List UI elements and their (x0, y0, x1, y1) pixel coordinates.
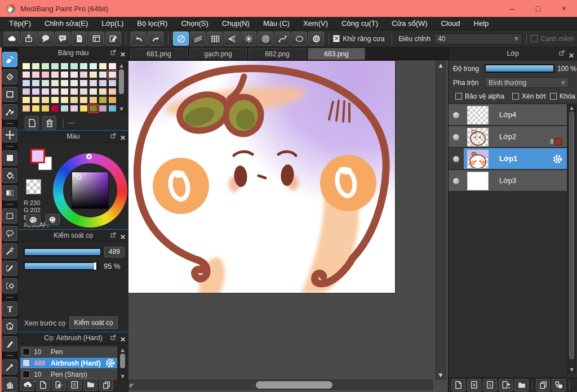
palette-swatch[interactable] (79, 96, 88, 104)
palette-swatch[interactable] (32, 71, 40, 78)
layer-visibility-area[interactable] (449, 170, 464, 191)
palette-scrollbar[interactable]: ▲ ▼ (117, 62, 126, 113)
move-tool-button[interactable] (2, 127, 17, 142)
layer-visibility-dot[interactable] (453, 134, 459, 140)
menu-item-8[interactable]: Xem(V) (296, 17, 335, 30)
canvas-horizontal-scrollbar[interactable] (128, 380, 433, 390)
palette-swatch[interactable] (51, 96, 59, 104)
divide-tool-button[interactable] (2, 336, 17, 351)
layers-scrollbar[interactable]: ▲ ▼ (567, 104, 576, 373)
brush-size-value[interactable]: 489 (104, 247, 125, 257)
palette-swatch[interactable] (79, 105, 88, 112)
script-button[interactable]: S (68, 378, 82, 391)
scroll-up-icon[interactable]: ▲ (119, 348, 126, 353)
snap-grid-button[interactable] (207, 32, 223, 46)
select-rect-tool-button[interactable] (2, 150, 17, 166)
palette-swatch[interactable] (60, 63, 69, 70)
palette-swatch[interactable] (89, 63, 97, 70)
menu-item-5[interactable]: Chọn(S) (174, 17, 215, 30)
palette-swatch[interactable] (89, 79, 97, 87)
select-pen-tool-button[interactable] (2, 261, 17, 276)
layer-thumbnail[interactable] (467, 128, 489, 146)
redo-button[interactable] (148, 32, 163, 46)
delete-swatch-button[interactable] (42, 116, 56, 130)
brush-size-slider[interactable] (24, 248, 101, 256)
palette-swatch[interactable] (70, 63, 78, 70)
select-eraser-tool-button[interactable] (2, 278, 17, 293)
palette-swatch[interactable] (99, 96, 107, 104)
undo-button[interactable] (131, 32, 147, 46)
snap-curve-button[interactable] (274, 32, 290, 46)
layer-thumbnail[interactable] (467, 150, 489, 168)
clipping-checkbox[interactable]: Xén bớt (512, 92, 546, 100)
duplicate-button[interactable] (536, 379, 550, 391)
magic-wand-tool-button[interactable] (2, 243, 17, 259)
palette-swatch[interactable] (41, 105, 50, 112)
adjust-dropdown[interactable]: 40 ▼ (434, 33, 522, 44)
menu-item-9[interactable]: Công cụ(T) (335, 17, 385, 30)
palette-swatch[interactable] (89, 105, 97, 112)
panel-edit-button[interactable] (105, 32, 121, 46)
new-doc-button[interactable] (36, 378, 50, 391)
layer-visibility-dot[interactable] (453, 178, 459, 184)
merge-button[interactable] (552, 379, 566, 391)
layer-opacity-slider[interactable] (485, 64, 554, 73)
scroll-up-icon[interactable]: ▲ (436, 63, 445, 68)
eyedropper-tool-button[interactable] (2, 359, 17, 375)
snap-ellipse-button[interactable] (291, 32, 307, 46)
popout-icon[interactable] (110, 232, 116, 238)
palette-swatch[interactable] (108, 105, 117, 112)
palette-swatch[interactable] (41, 96, 50, 104)
layer-visibility-dot[interactable] (453, 156, 459, 162)
layer-thumbnail[interactable] (467, 106, 489, 124)
snap-parallel-button[interactable] (190, 32, 206, 46)
saturation-value-box[interactable] (72, 172, 109, 209)
palette-swatch[interactable] (89, 88, 97, 95)
menu-item-4[interactable]: Bộ lọc(R) (130, 17, 174, 30)
palette-swatch[interactable] (32, 88, 40, 95)
popout-icon[interactable] (559, 50, 565, 56)
palette-swatch[interactable] (70, 79, 78, 87)
layer-thumbnail[interactable] (467, 172, 489, 190)
add-layer-button[interactable] (499, 379, 513, 391)
snap-concentric-button[interactable] (258, 32, 273, 46)
document-tab-682.png[interactable]: 682.png (248, 48, 306, 60)
palette-swatch[interactable] (41, 71, 50, 78)
palette-swatch[interactable] (22, 88, 30, 95)
layer-row-Lớp3[interactable]: Lớp3 (449, 170, 567, 192)
palette-swatch[interactable] (108, 88, 117, 95)
palette-swatch[interactable] (79, 79, 88, 87)
close-button[interactable]: × (551, 0, 577, 17)
menu-item-6[interactable]: Chụp(N) (215, 17, 256, 30)
palette-swatch[interactable] (22, 63, 30, 70)
text-tool-button[interactable]: T (2, 301, 17, 317)
lasso-tool-button[interactable] (2, 226, 17, 241)
layer-row-Lớp1[interactable]: Lớp1 (449, 148, 567, 170)
hue-wheel[interactable] (53, 153, 127, 228)
palette-swatch[interactable] (89, 71, 97, 78)
menu-item-11[interactable]: Cloud (434, 17, 467, 30)
palette-swatch[interactable] (32, 96, 40, 104)
foreground-color-swatch[interactable] (30, 149, 45, 163)
palette-swatch[interactable] (51, 79, 59, 87)
palette-swatch[interactable] (99, 79, 107, 87)
comment-button[interactable] (55, 32, 70, 46)
scroll-down-icon[interactable]: ▼ (568, 367, 575, 372)
palette-swatch[interactable] (99, 71, 107, 78)
palette-swatch[interactable] (51, 63, 59, 70)
canvas-artwork[interactable] (128, 61, 395, 293)
new-doc-button[interactable] (451, 379, 465, 391)
sv-marker[interactable] (77, 175, 82, 180)
gear-button[interactable] (308, 32, 324, 46)
palette-swatch[interactable] (60, 71, 69, 78)
new-swatch-button[interactable] (25, 116, 39, 130)
layer-visibility-dot[interactable] (453, 112, 459, 118)
palette-swatch[interactable] (32, 79, 40, 87)
protect-alpha-checkbox[interactable]: Bảo vệ alpha (455, 92, 504, 100)
popout-icon[interactable] (110, 335, 116, 340)
close-icon[interactable]: ✕ (120, 231, 126, 243)
palette-swatch[interactable] (41, 88, 50, 95)
minimize-button[interactable]: – (499, 0, 525, 17)
palette-swatch[interactable] (41, 63, 50, 70)
close-icon[interactable]: ✕ (120, 49, 126, 61)
